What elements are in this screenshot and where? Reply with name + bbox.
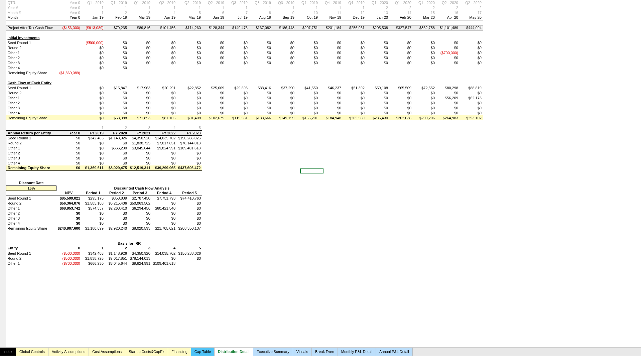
dcf-value[interactable]: $0 [82, 216, 105, 221]
annual-value[interactable]: $342,403 [82, 135, 105, 140]
cell[interactable]: $0 [343, 100, 366, 105]
irr-value[interactable]: $78,144,013 [128, 256, 152, 261]
cell[interactable]: $0 [389, 95, 413, 100]
annual-idx[interactable]: 1 [82, 125, 105, 130]
patcf-value[interactable]: $128,344 [202, 25, 226, 30]
row-label[interactable]: Other 3 [6, 105, 56, 110]
irr-value[interactable]: $0 [152, 256, 177, 261]
cell[interactable]: $0 [343, 55, 366, 60]
irr-value[interactable]: $156,288,026 [177, 251, 202, 256]
dcf-value[interactable]: $56,364,076 [56, 201, 82, 206]
header-month[interactable]: Sep-19 [272, 15, 296, 20]
cell[interactable]: $41,550 [296, 85, 319, 90]
header-month[interactable]: Jul-19 [226, 15, 249, 20]
dcf-row-label[interactable]: Remaining Equity Share [6, 226, 56, 231]
annual-value[interactable]: $7,017,851 [152, 140, 177, 145]
cell[interactable]: $0 [202, 60, 226, 65]
annual-value[interactable]: $666,230 [105, 145, 128, 150]
dcf-value[interactable]: $7,751,793 [152, 196, 177, 201]
cell[interactable]: $0 [296, 105, 319, 110]
annual-header[interactable]: FY 2021 [128, 130, 152, 135]
discount-value[interactable]: 16% [6, 186, 56, 191]
dcf-value[interactable]: $50,063,562 [128, 201, 152, 206]
header-month[interactable]: Mar-19 [128, 15, 152, 20]
cell[interactable] [460, 65, 483, 70]
cell[interactable]: $0 [177, 45, 202, 50]
irr-value[interactable]: $342,403 [82, 251, 105, 256]
cell[interactable]: $0 [128, 55, 152, 60]
annual-value[interactable]: $0 [56, 135, 82, 140]
cell[interactable]: $0 [413, 40, 436, 45]
cell[interactable]: $0 [82, 65, 105, 70]
cell[interactable]: $0 [366, 95, 389, 100]
sheet-tab-activity-assumptions[interactable]: Activity Assumptions [48, 348, 89, 356]
cell[interactable]: $0 [413, 90, 436, 95]
cell[interactable]: $0 [413, 105, 436, 110]
annual-value[interactable]: $9,824,991 [152, 145, 177, 150]
annual-idx[interactable] [6, 125, 56, 130]
cell[interactable]: $0 [249, 45, 272, 50]
cell[interactable]: $0 [366, 105, 389, 110]
cell[interactable]: $0 [272, 40, 296, 45]
header-year[interactable]: 1 [226, 5, 249, 10]
header-monthnum[interactable]: 7 [226, 10, 249, 15]
cell[interactable] [249, 65, 272, 70]
cell[interactable]: $0 [389, 55, 413, 60]
cell[interactable]: $0 [460, 55, 483, 60]
remaining-value[interactable]: $290,206 [413, 115, 436, 120]
cell[interactable] [56, 60, 82, 65]
sheet-tab-annual-p-l-detail[interactable]: Annual P&L Detail [376, 348, 413, 356]
header-qtr[interactable]: Year 0 [56, 0, 82, 5]
header-monthnum[interactable]: 14 [389, 10, 413, 15]
cell[interactable]: $33,416 [249, 85, 272, 90]
cell[interactable] [56, 95, 82, 100]
remaining-value[interactable]: $149,159 [272, 115, 296, 120]
cell[interactable]: $0 [436, 45, 460, 50]
cell[interactable]: $0 [152, 110, 177, 115]
cell[interactable]: $0 [177, 105, 202, 110]
cell[interactable]: $0 [226, 90, 249, 95]
cell[interactable]: $0 [226, 55, 249, 60]
dcf-row-label[interactable]: Other 2 [6, 211, 56, 216]
cell[interactable]: $0 [436, 55, 460, 60]
dcf-value[interactable]: $74,410,763 [177, 196, 202, 201]
dcf-value[interactable]: $0 [82, 221, 105, 226]
cell[interactable]: $0 [128, 110, 152, 115]
patcf-value[interactable]: $1,101,489 [436, 25, 460, 30]
cell[interactable]: $0 [460, 60, 483, 65]
patcf-value[interactable]: ($913,089) [82, 25, 105, 30]
header-monthnum[interactable]: 11 [319, 10, 343, 15]
dcf-header[interactable]: Period 2 [105, 191, 128, 196]
dcf-value[interactable]: $2,263,410 [105, 206, 128, 211]
dcf-row-label[interactable]: Round 2 [6, 201, 56, 206]
cell[interactable]: $0 [226, 40, 249, 45]
irr-header[interactable]: 3 [128, 246, 152, 251]
irr-value[interactable]: $9,824,991 [128, 261, 152, 266]
cell[interactable]: $0 [226, 60, 249, 65]
cell[interactable]: $0 [152, 40, 177, 45]
cell[interactable]: $0 [105, 50, 128, 55]
cell[interactable]: $0 [366, 110, 389, 115]
annual-idx[interactable]: 4 [152, 125, 177, 130]
annual-value[interactable]: $0 [105, 160, 128, 165]
sheet-tab-cap-table[interactable]: Cap Table [191, 348, 215, 356]
header-qtr[interactable]: Q2 - 2020 [460, 0, 483, 5]
header-qtr[interactable]: Q1 - 2019 [82, 0, 105, 5]
sheet-tab-visuals[interactable]: Visuals [293, 348, 312, 356]
dcf-row-label[interactable]: Other 1 [6, 206, 56, 211]
dcf-value[interactable]: $0 [105, 211, 128, 216]
patcf-label[interactable]: Project After Tax Cash Flow [6, 25, 56, 30]
annual-value[interactable]: $0 [105, 155, 128, 160]
annual-value[interactable]: $0 [152, 160, 177, 165]
dcf-header[interactable]: Period 1 [82, 191, 105, 196]
dcf-value[interactable]: $0 [56, 221, 82, 226]
remaining-value[interactable]: $264,983 [436, 115, 460, 120]
header-monthnum[interactable]: 1 [82, 10, 105, 15]
cell[interactable]: $80,298 [436, 85, 460, 90]
dcf-value[interactable]: $208,350,137 [177, 226, 202, 231]
cell[interactable]: $0 [105, 40, 128, 45]
header-qtr[interactable]: Q2 - 2019 [177, 0, 202, 5]
dcf-row-label[interactable]: Other 4 [6, 221, 56, 226]
annual-row-label[interactable]: Other 3 [6, 155, 56, 160]
cell[interactable]: $0 [319, 50, 343, 55]
